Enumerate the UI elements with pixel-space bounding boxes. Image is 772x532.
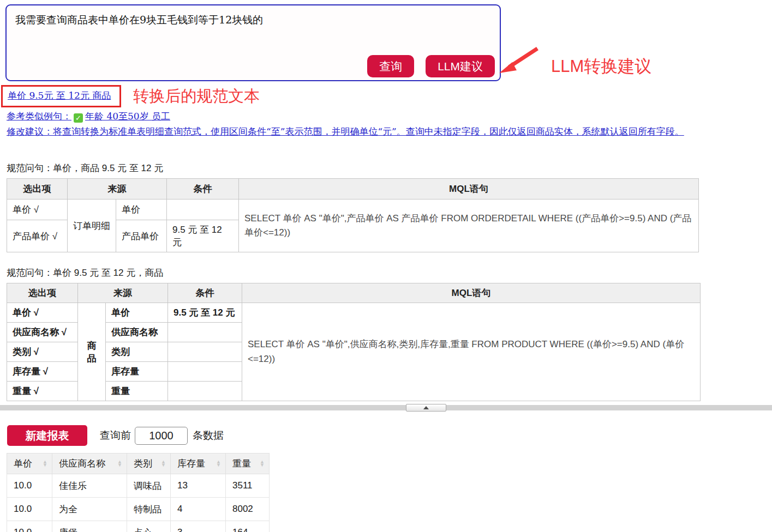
sort-icon[interactable]: ▲▼ [43, 461, 47, 467]
report-controls: 新建报表 查询前 条数据 [7, 425, 772, 446]
condition-cell [168, 323, 242, 342]
llm-suggest-button[interactable]: LLM建议 [426, 55, 495, 77]
interpretation2-caption: 规范问句：单价 9.5 元 至 12 元，商品 [7, 267, 772, 279]
panel-divider [0, 405, 772, 410]
result-header-row: 单价▲▼ 供应商名称▲▼ 类别▲▼ 库存量▲▼ 重量▲▼ [7, 454, 270, 474]
cell: 10.0 [7, 498, 52, 521]
source-group-cell: 商品 [78, 303, 106, 401]
col-condition: 条件 [167, 179, 239, 200]
cell: 10.0 [7, 521, 52, 532]
header-label: 库存量 [177, 457, 205, 470]
header-label: 供应商名称 [59, 457, 105, 470]
select-cell: 重量 √ [7, 382, 78, 401]
revision-suggestion-link[interactable]: 修改建议：将查询转换为标准单表明细查询范式，使用区间条件“至”表示范围，并明确单… [7, 126, 684, 137]
result-col-supplier[interactable]: 供应商名称▲▼ [52, 454, 127, 474]
normalized-query-link[interactable]: 单价 9.5元 至 12元 商品 [8, 90, 111, 101]
mql-cell: SELECT 单价 AS "单价",产品单价 AS 产品单价 FROM ORDE… [239, 200, 699, 252]
llm-suggestion-annotation: LLM转换建议 [551, 55, 651, 78]
new-report-button[interactable]: 新建报表 [7, 425, 87, 446]
query-button[interactable]: 查询 [367, 55, 414, 77]
interpretation1-table: 选出项 来源 条件 MQL语句 单价 √ 订单明细 单价 SELECT 单价 A… [7, 178, 699, 252]
source-cell: 单价 [106, 303, 168, 323]
chevron-up-icon [423, 406, 429, 409]
limit-prefix-label: 查询前 [100, 428, 131, 443]
col-select: 选出项 [7, 179, 68, 200]
limit-suffix-label: 条数据 [193, 428, 224, 443]
red-arrow-icon [498, 47, 541, 75]
select-cell: 供应商名称 √ [7, 323, 78, 342]
source-cell: 库存量 [106, 362, 168, 382]
result-row: 10.0 佳佳乐 调味品 13 3511 [7, 474, 270, 498]
revision-suggestion-line: 修改建议：将查询转换为标准单表明细查询范式，使用区间条件“至”表示范围，并明确单… [7, 125, 772, 138]
sort-icon[interactable]: ▲▼ [117, 461, 122, 467]
col-mql: MQL语句 [239, 179, 699, 200]
condition-cell [168, 362, 242, 382]
check-icon: ✓ [74, 113, 83, 123]
col-source: 来源 [68, 179, 167, 200]
header-label: 类别 [134, 457, 152, 470]
query-panel-buttons: 查询 LLM建议 [367, 55, 495, 77]
query-panel: 我需要查询商品表中单价在9块五毛钱到等于12块钱的 查询 LLM建议 [5, 4, 501, 81]
header-label: 重量 [232, 457, 251, 470]
col-source: 来源 [78, 283, 168, 303]
col-condition: 条件 [168, 283, 242, 303]
result-col-stock[interactable]: 库存量▲▼ [171, 454, 226, 474]
cell: 为全 [52, 498, 127, 521]
select-cell: 库存量 √ [7, 362, 78, 382]
similar-example-label-link[interactable]: 参考类似例句： [7, 111, 71, 122]
similar-example-line: 参考类似例句：✓年龄 40至50岁 员工 [7, 110, 772, 123]
condition-cell [168, 342, 242, 362]
mql-cell: SELECT 单价 AS "单价",供应商名称,类别,库存量,重量 FROM P… [242, 303, 701, 401]
result-col-unit-price[interactable]: 单价▲▼ [7, 454, 52, 474]
converted-text-annotation: 转换后的规范文本 [133, 88, 260, 104]
source-cell: 供应商名称 [106, 323, 168, 342]
converted-text-row: 单价 9.5元 至 12元 商品 转换后的规范文本 [1, 85, 772, 107]
limit-input[interactable] [135, 427, 188, 445]
result-row: 10.0 为全 特制品 4 8002 [7, 498, 270, 521]
condition-cell: 9.5 元 至 12 元 [168, 303, 242, 323]
col-select: 选出项 [7, 283, 78, 303]
cell: 13 [171, 474, 226, 498]
result-col-weight[interactable]: 重量▲▼ [226, 454, 270, 474]
cell: 164 [226, 521, 270, 532]
collapse-handle[interactable] [406, 404, 446, 412]
condition-cell: 9.5 元 至 12 元 [167, 220, 239, 252]
select-cell: 单价 √ [7, 200, 68, 220]
select-cell: 产品单价 √ [7, 220, 68, 252]
highlight-red-box: 单价 9.5元 至 12元 商品 [1, 85, 121, 107]
cell: 康堡 [52, 521, 127, 532]
similar-example-link[interactable]: 年龄 40至50岁 员工 [85, 111, 170, 122]
result-table: 单价▲▼ 供应商名称▲▼ 类别▲▼ 库存量▲▼ 重量▲▼ 10.0 佳佳乐 调味… [7, 453, 270, 532]
header-label: 单价 [14, 457, 32, 470]
source-cell: 重量 [106, 382, 168, 401]
cell: 特制品 [127, 498, 171, 521]
result-row: 10.0 康堡 点心 3 164 [7, 521, 270, 532]
condition-cell [167, 200, 239, 220]
table-row: 单价 √ 商品 单价 9.5 元 至 12 元 SELECT 单价 AS "单价… [7, 303, 701, 323]
select-cell: 单价 √ [7, 303, 78, 323]
sort-icon[interactable]: ▲▼ [260, 461, 265, 467]
cell: 佳佳乐 [52, 474, 127, 498]
table-row: 单价 √ 订单明细 单价 SELECT 单价 AS "单价",产品单价 AS 产… [7, 200, 699, 220]
cell: 10.0 [7, 474, 52, 498]
source-cell: 类别 [106, 342, 168, 362]
source-cell: 单价 [116, 200, 167, 220]
query-input[interactable]: 我需要查询商品表中单价在9块五毛钱到等于12块钱的 [7, 5, 500, 34]
select-cell: 类别 √ [7, 342, 78, 362]
cell: 点心 [127, 521, 171, 532]
table-header-row: 选出项 来源 条件 MQL语句 [7, 283, 701, 303]
interpretation2-table: 选出项 来源 条件 MQL语句 单价 √ 商品 单价 9.5 元 至 12 元 … [7, 283, 701, 401]
interpretation1-caption: 规范问句：单价，商品 9.5 元 至 12 元 [7, 162, 772, 174]
sort-icon[interactable]: ▲▼ [216, 461, 221, 467]
cell: 4 [171, 498, 226, 521]
sort-icon[interactable]: ▲▼ [161, 461, 166, 467]
cell: 8002 [226, 498, 270, 521]
source-group-cell: 订单明细 [68, 200, 116, 252]
cell: 3511 [226, 474, 270, 498]
cell: 3 [171, 521, 226, 532]
table-header-row: 选出项 来源 条件 MQL语句 [7, 179, 699, 200]
condition-cell [168, 382, 242, 401]
result-col-category[interactable]: 类别▲▼ [127, 454, 171, 474]
source-cell: 产品单价 [116, 220, 167, 252]
col-mql: MQL语句 [242, 283, 701, 303]
